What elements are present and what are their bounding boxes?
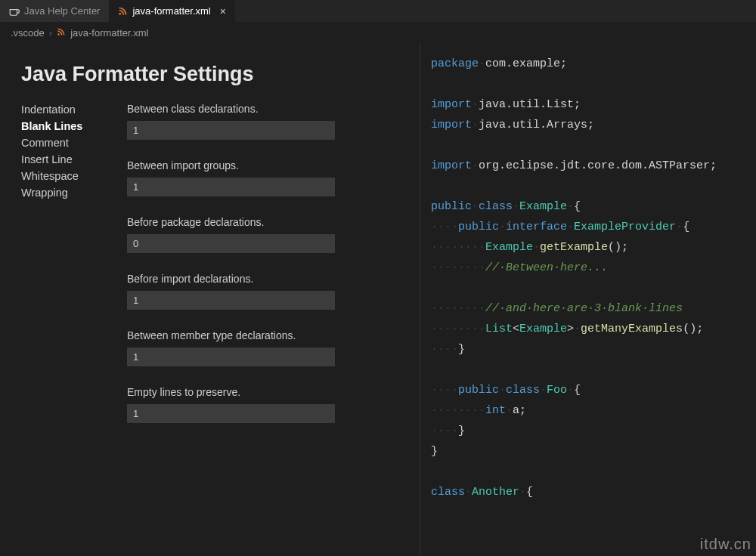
breadcrumb-folder: .vscode xyxy=(11,27,45,39)
code-line: ····public·interface·ExampleProvider·{ xyxy=(431,217,748,237)
field-label: Before import declarations. xyxy=(127,273,398,285)
sidebar-item-whitespace[interactable]: Whitespace xyxy=(21,169,127,183)
code-line: ········Example·getExample(); xyxy=(431,237,748,258)
field-input[interactable] xyxy=(127,121,335,140)
code-line: import·java.util.Arrays; xyxy=(431,115,748,135)
field-label: Between import groups. xyxy=(127,159,398,171)
sidebar-item-blank-lines[interactable]: Blank Lines xyxy=(21,119,127,133)
breadcrumb[interactable]: .vscode › java-formatter.xml xyxy=(0,23,756,43)
field-label: Before package declarations. xyxy=(127,216,398,228)
code-line: public·class·Example·{ xyxy=(431,196,748,217)
watermark: itdw.cn xyxy=(700,536,751,553)
code-line: import·java.util.List; xyxy=(431,94,748,115)
rss-icon xyxy=(57,27,66,39)
sidebar-item-comment[interactable]: Comment xyxy=(21,136,127,150)
code-line xyxy=(431,176,748,196)
field-label: Between class declarations. xyxy=(127,103,398,115)
code-line xyxy=(431,135,748,156)
rss-icon xyxy=(118,6,128,16)
close-icon[interactable]: × xyxy=(220,5,226,17)
field: Before package declarations. xyxy=(127,216,398,253)
settings-panel: Java Formatter Settings IndentationBlank… xyxy=(0,43,420,555)
code-line: ····} xyxy=(431,339,748,360)
svg-point-1 xyxy=(57,33,60,36)
field: Between member type declarations. xyxy=(127,329,398,366)
sidebar-item-insert-line[interactable]: Insert Line xyxy=(21,153,127,166)
field-input[interactable] xyxy=(127,404,335,423)
code-line: class·Another·{ xyxy=(431,482,748,502)
code-line: ····} xyxy=(431,421,748,441)
code-line: package·com.example; xyxy=(431,54,748,74)
code-line: } xyxy=(431,441,748,462)
field: Between class declarations. xyxy=(127,103,398,140)
tab-label: java-formatter.xml xyxy=(132,5,210,17)
tab-label: Java Help Center xyxy=(24,5,100,17)
page-title: Java Formatter Settings xyxy=(21,63,398,86)
field-input[interactable] xyxy=(127,348,335,366)
main: Java Formatter Settings IndentationBlank… xyxy=(0,43,756,555)
field-input[interactable] xyxy=(127,291,335,310)
field-input[interactable] xyxy=(127,234,335,253)
tab-bar: Java Help Center java-formatter.xml × xyxy=(0,0,756,23)
svg-point-0 xyxy=(119,13,122,15)
breadcrumb-file: java-formatter.xml xyxy=(70,27,148,39)
code-preview: package·com.example; import·java.util.Li… xyxy=(420,43,756,555)
category-sidebar: IndentationBlank LinesCommentInsert Line… xyxy=(21,103,127,423)
code-line: ········List<Example>·getManyExamples(); xyxy=(431,319,748,339)
coffee-icon xyxy=(9,6,20,17)
code-line: import·org.eclipse.jdt.core.dom.ASTParse… xyxy=(431,156,748,176)
code-line xyxy=(431,360,748,380)
chevron-right-icon: › xyxy=(49,27,52,39)
code-line: ········//·Between·here... xyxy=(431,258,748,278)
code-line xyxy=(431,74,748,94)
code-line: ········int·a; xyxy=(431,400,748,421)
code-line: ····public·class·Foo·{ xyxy=(431,380,748,400)
tab-java-formatter[interactable]: java-formatter.xml × xyxy=(109,0,235,22)
field: Before import declarations. xyxy=(127,273,398,310)
field: Between import groups. xyxy=(127,159,398,196)
field-label: Between member type declarations. xyxy=(127,329,398,341)
settings-form: Between class declarations.Between impor… xyxy=(127,103,398,423)
code-line: ········//·and·here·are·3·blank·lines xyxy=(431,298,748,319)
field: Empty lines to preserve. xyxy=(127,386,398,423)
field-label: Empty lines to preserve. xyxy=(127,386,398,398)
field-input[interactable] xyxy=(127,178,335,196)
sidebar-item-wrapping[interactable]: Wrapping xyxy=(21,186,127,199)
tab-java-help-center[interactable]: Java Help Center xyxy=(0,0,109,22)
code-line xyxy=(431,278,748,298)
sidebar-item-indentation[interactable]: Indentation xyxy=(21,103,127,116)
code-line xyxy=(431,462,748,482)
